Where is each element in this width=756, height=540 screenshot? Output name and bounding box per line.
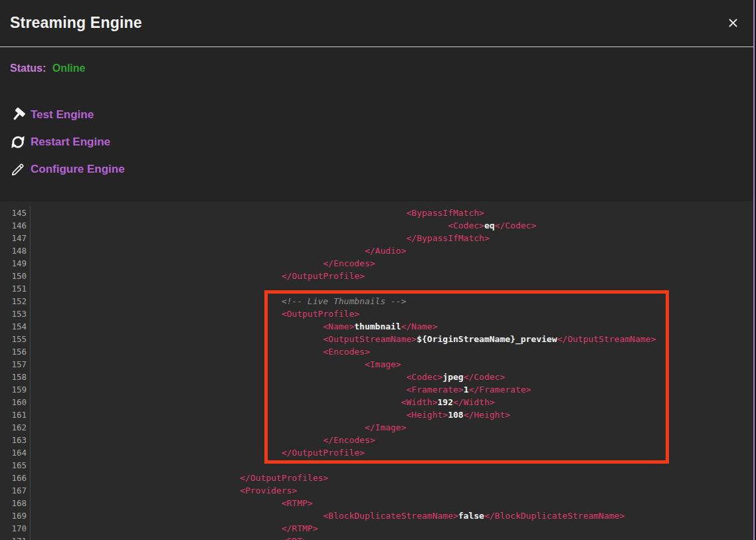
line-number: 163 (0, 434, 31, 446)
configure-engine-button[interactable]: Configure Engine (9, 161, 125, 177)
code-line-content: <Framerate>1</Framerate> (31, 383, 531, 396)
code-line-content: </OutputProfile> (31, 270, 365, 282)
modal-header: Streaming Engine (0, 0, 753, 47)
code-token-tag: <OutputProfile> (282, 309, 359, 319)
code-token-tag: </OutputProfiles> (240, 473, 328, 483)
code-line-content: <SRT> (31, 535, 308, 540)
code-line: 153 <OutputProfile> (0, 308, 753, 320)
code-token-tag: <BlockDuplicateStreamName> (323, 511, 458, 521)
code-line: 146 <Codec>eq</Codec> (0, 219, 753, 232)
code-line-content: </Image> (31, 421, 407, 434)
code-line: 159 <Framerate>1</Framerate> (0, 383, 753, 396)
line-number: 145 (0, 207, 31, 219)
code-token-comment: <!-- Live Thumbnails --> (282, 296, 407, 306)
code-line: 167 <Providers> (0, 484, 753, 497)
test-engine-button[interactable]: Test Engine (9, 107, 94, 123)
code-token-value: false (458, 511, 484, 521)
pencil-icon (9, 161, 26, 177)
code-line: 151 (0, 282, 753, 295)
code-line-content: <BypassIfMatch> (31, 207, 484, 219)
code-line-content: </BypassIfMatch> (31, 232, 490, 244)
code-line: 145 <BypassIfMatch> (0, 207, 753, 219)
code-line: 150 </OutputProfile> (0, 270, 753, 282)
line-number: 158 (0, 371, 31, 383)
code-token-tag: <OutputStreamName> (323, 334, 417, 344)
code-token-value: eq (484, 221, 495, 230)
code-token-tag: </BypassIfMatch> (407, 233, 490, 243)
line-number: 159 (0, 383, 31, 396)
code-line: 165 (0, 459, 753, 472)
line-number: 147 (0, 232, 31, 244)
code-token-tag: </Codec> (495, 221, 537, 230)
code-token-tag: </OutputProfile> (282, 448, 365, 458)
code-line-content: </Audio> (31, 244, 407, 257)
line-number: 154 (0, 320, 31, 333)
code-line-content: <Width>192</Width> (31, 396, 495, 408)
code-token-tag: <Framerate> (407, 385, 464, 395)
code-token-value: jpeg (442, 372, 463, 382)
configure-engine-label: Configure Engine (31, 163, 125, 176)
code-line: 158 <Codec>jpeg</Codec> (0, 371, 753, 383)
line-number: 164 (0, 446, 31, 459)
engine-status: Status: Online (10, 62, 85, 74)
code-line: 160 <Width>192</Width> (0, 396, 753, 408)
code-token-tag: <Width> (401, 397, 438, 407)
streaming-engine-modal: Streaming Engine Status: Online Test Eng… (0, 0, 755, 540)
line-number: 161 (0, 408, 31, 421)
code-line: 156 <Encodes> (0, 345, 753, 358)
code-line: 149 </Encodes> (0, 257, 753, 270)
code-line: 154 <Name>thumbnail</Name> (0, 320, 753, 333)
code-token-tag: <Name> (323, 321, 354, 331)
code-token-tag: <Encodes> (323, 347, 369, 357)
code-line-content: </Encodes> (31, 257, 375, 270)
code-token-tag: </Codec> (464, 372, 506, 382)
code-token-value: 108 (448, 410, 463, 420)
code-token-value: ${OriginStreamName}_preview (417, 334, 557, 344)
line-number: 170 (0, 522, 31, 535)
code-line-content: <!-- Live Thumbnails --> (31, 295, 407, 308)
code-token-value: thumbnail (354, 321, 401, 331)
code-token-tag: </Name> (401, 321, 438, 331)
test-engine-label: Test Engine (31, 108, 94, 122)
code-line: 152 <!-- Live Thumbnails --> (0, 295, 753, 308)
close-button[interactable] (727, 18, 739, 30)
line-number: 160 (0, 396, 31, 408)
line-number: 162 (0, 421, 31, 434)
code-line-content: <RTMP> (31, 497, 313, 509)
code-token-tag: </BlockDuplicateStreamName> (484, 511, 624, 521)
code-line-content: </RTMP> (31, 522, 318, 535)
code-line-content: <OutputProfile> (31, 308, 359, 320)
code-line: 171 <SRT> (0, 535, 753, 540)
restart-engine-label: Restart Engine (31, 135, 110, 149)
code-rows: 145 <BypassIfMatch>146 <Codec>eq</Codec>… (0, 201, 753, 540)
code-line-content: <Codec>jpeg</Codec> (31, 371, 505, 383)
code-line-content (31, 282, 32, 295)
line-number: 149 (0, 257, 31, 270)
code-line-content: </OutputProfile> (31, 446, 365, 459)
code-token-tag: <RTMP> (282, 498, 313, 508)
hammer-icon (9, 107, 26, 123)
code-token-value: 192 (438, 397, 453, 407)
code-token-tag: </Audio> (365, 246, 407, 256)
code-line: 166 </OutputProfiles> (0, 472, 753, 484)
code-token-tag: <Codec> (448, 221, 484, 230)
code-token-tag: </Height> (464, 410, 510, 420)
code-token-tag: </Encodes> (323, 435, 375, 445)
code-line: 148 </Audio> (0, 244, 753, 257)
code-line-content (31, 459, 32, 472)
refresh-icon (9, 134, 26, 150)
code-line-content: <Height>108</Height> (31, 408, 510, 421)
code-line: 163 </Encodes> (0, 434, 753, 446)
code-line-content: <BlockDuplicateStreamName>false</BlockDu… (31, 509, 624, 522)
code-line-content: <Codec>eq</Codec> (31, 219, 536, 232)
line-number: 153 (0, 308, 31, 320)
line-number: 148 (0, 244, 31, 257)
code-line: 155 <OutputStreamName>${OriginStreamName… (0, 333, 753, 345)
line-number: 171 (0, 535, 31, 540)
code-line: 157 <Image> (0, 358, 753, 371)
line-number: 156 (0, 345, 31, 358)
config-code-viewer[interactable]: 145 <BypassIfMatch>146 <Codec>eq</Codec>… (0, 201, 753, 540)
line-number: 151 (0, 282, 31, 295)
line-number: 168 (0, 497, 31, 509)
restart-engine-button[interactable]: Restart Engine (9, 134, 110, 150)
